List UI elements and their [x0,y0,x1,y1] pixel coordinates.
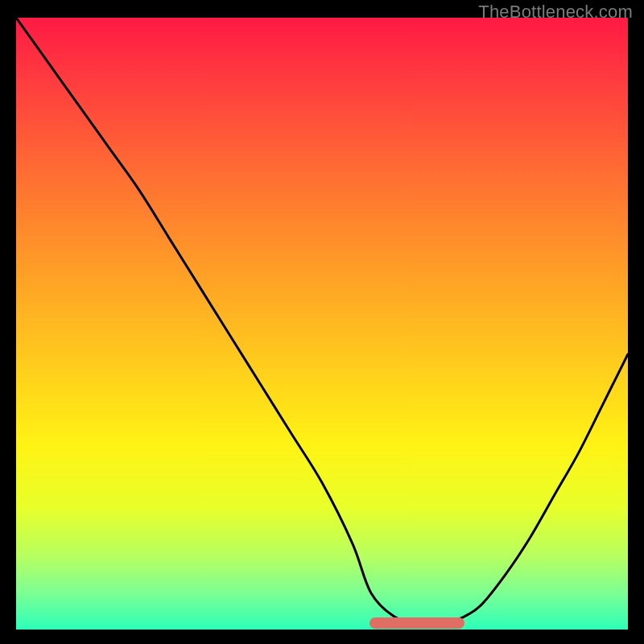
plateau-marker [369,617,464,629]
bottleneck-curve [16,18,628,630]
watermark-text: TheBottleneck.com [478,2,633,23]
plot-area [16,18,628,630]
chart-frame: TheBottleneck.com [0,0,644,644]
